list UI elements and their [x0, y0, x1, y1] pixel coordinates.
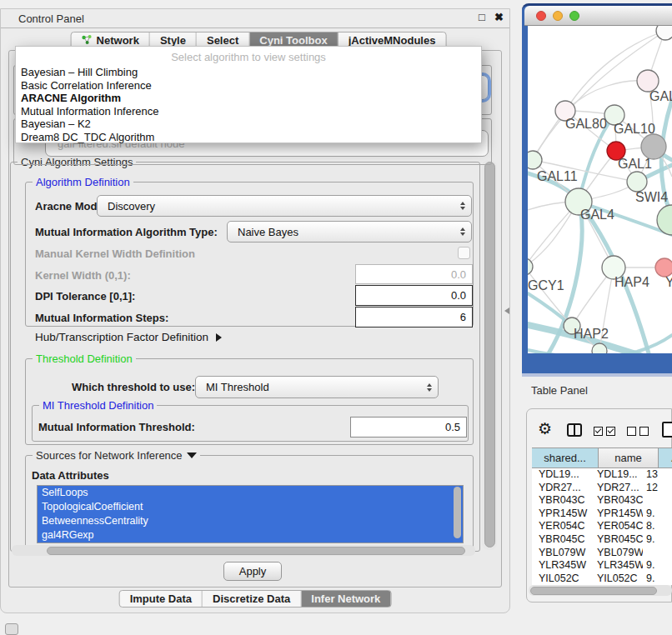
tab-discretize-data[interactable]: Discretize Data [203, 591, 301, 607]
table-panel-title: Table Panel [531, 384, 588, 397]
node-gal1[interactable] [627, 172, 647, 192]
data-attributes-list[interactable]: SelfLoopsTopologicalCoefficientBetweenne… [37, 485, 464, 543]
sources-title-wrap[interactable]: Sources for Network Inference [33, 449, 200, 462]
table-cell: 9. [643, 572, 672, 586]
attributes-list-scrollbar-thumb[interactable] [454, 487, 461, 538]
node-label-gal11: GAL11 [537, 169, 578, 183]
mi-threshold-definition-title: MI Threshold Definition [39, 399, 157, 412]
kernel-width-field[interactable]: 0.0 [355, 264, 473, 284]
table-row[interactable]: YIL052CYIL052C9. [532, 572, 672, 586]
select-all-checkbox-icon[interactable] [606, 427, 615, 436]
table-row[interactable]: YBR043CYBR043C [532, 494, 672, 508]
algorithm-option-aracne-algorithm[interactable]: ARACNE Algorithm [16, 92, 481, 105]
mi-algorithm-type-combo[interactable]: Naive Bayes [227, 221, 472, 242]
aracne-mode-combo[interactable]: Discovery [97, 195, 472, 217]
table-cell: YBL079W [590, 547, 643, 560]
window-close-traffic-icon[interactable] [536, 11, 546, 21]
splitter-collapse-icon[interactable] [504, 308, 509, 314]
tab-impute-data[interactable]: Impute Data [120, 591, 203, 607]
mi-steps-field[interactable]: 6 [355, 307, 473, 328]
table-cell: YIL052C [590, 572, 643, 586]
deselect-all-checkbox-icon[interactable] [627, 427, 636, 436]
mi-threshold-value: 0.5 [445, 421, 460, 433]
algorithm-option-basic-correlation-inference[interactable]: Basic Correlation Inference [16, 79, 481, 92]
minimized-panel-icon[interactable] [5, 623, 18, 635]
table-cell: YIL052C [532, 572, 590, 586]
collapse-arrow-icon[interactable] [187, 452, 197, 458]
mi-threshold-field[interactable]: 0.5 [350, 417, 467, 438]
new-table-icon[interactable] [662, 422, 672, 438]
float-window-icon[interactable]: □ [479, 11, 485, 23]
threshold-definition-title: Threshold Definition [33, 352, 136, 365]
mi-algorithm-type-value: Naive Bayes [238, 226, 298, 238]
expand-arrow-icon[interactable] [216, 333, 222, 342]
dpi-tolerance-field[interactable]: 0.0 [355, 285, 473, 306]
window-minimize-traffic-icon[interactable] [553, 11, 563, 21]
dpi-tolerance-label: DPI Tolerance [0,1]: [35, 290, 135, 302]
algorithm-definition-title: Algorithm Definition [33, 176, 133, 188]
table-hscrollbar-thumb[interactable] [530, 587, 657, 595]
data-attribute-item[interactable]: SelfLoops [38, 486, 463, 500]
node-gal11[interactable] [528, 151, 542, 169]
table-cell: 9. [643, 559, 672, 572]
column-header-shared[interactable]: shared... [532, 448, 599, 468]
hub-transcription-section[interactable]: Hub/Transcription Factor Definition [35, 331, 222, 343]
algorithm-dropdown-items: Bayesian – Hill ClimbingBasic Correlatio… [16, 66, 481, 144]
columns-icon[interactable] [567, 423, 582, 437]
table-cell: YER054C [532, 520, 590, 533]
column-header-name[interactable]: name [599, 448, 659, 468]
combo-stepper-icon [460, 202, 465, 210]
apply-button[interactable]: Apply [223, 562, 282, 581]
algorithm-option-mutual-information-inference[interactable]: Mutual Information Inference [16, 105, 481, 118]
table-cell: YPR145W [590, 508, 643, 521]
which-threshold-combo[interactable]: MI Threshold [195, 376, 439, 398]
algorithm-option-bayesian-hill-climbing[interactable]: Bayesian – Hill Climbing [16, 66, 481, 79]
network-graph[interactable]: GALGAL80GAL10GAL1GAL11SWI4GAL4GCY1HAP4YH… [528, 26, 672, 353]
node-label-hap4: HAP4 [614, 275, 649, 289]
node-salmon[interactable] [655, 258, 672, 277]
tab-infer-network[interactable]: Infer Network [301, 591, 390, 607]
column-header-a[interactable]: A [659, 448, 672, 468]
node-label-y: Y [665, 275, 672, 289]
algorithm-option-dream8-dc-tdc-algorithm[interactable]: Dream8 DC_TDC Algorithm [16, 131, 481, 144]
table-row[interactable]: YLR345WYLR345W9. [532, 559, 672, 572]
node-label-gal1: GAL1 [618, 157, 652, 171]
network-window-titlebar[interactable] [524, 6, 672, 26]
close-window-icon[interactable]: ✖ [494, 11, 504, 23]
table-row[interactable]: YBL079WYBL079W [532, 547, 672, 560]
table-cell: YER054C [590, 520, 643, 533]
node-bottom-green[interactable] [592, 343, 607, 353]
data-attribute-item[interactable]: BetweennessCentrality [38, 514, 463, 528]
manual-kernel-width-checkbox[interactable] [458, 247, 470, 259]
node-top-partial[interactable] [656, 26, 672, 40]
algorithm-dropdown-popup: Select algorithm to view settings Bayesi… [15, 46, 482, 143]
node-gray[interactable] [641, 134, 666, 159]
which-threshold-value: MI Threshold [206, 381, 269, 393]
node-label-gal4: GAL4 [580, 208, 614, 222]
table-row[interactable]: YPR145WYPR145W9. [532, 508, 672, 521]
table-rows[interactable]: YDL19...YDL19...13YDR27...YDR27...12YBR0… [532, 468, 672, 585]
algorithm-option-bayesian-k2[interactable]: Bayesian – K2 [16, 118, 481, 131]
node-label-swi4: SWI4 [635, 190, 668, 204]
table-cell: YBL079W [532, 547, 590, 560]
settings-gear-icon[interactable]: ⚙ [538, 421, 552, 437]
data-attribute-item[interactable]: TopologicalCoefficient [38, 500, 463, 514]
data-attribute-item[interactable]: gal4RGexp [38, 528, 463, 542]
table-cell: YLR345W [532, 559, 590, 572]
settings-scrollbar-thumb[interactable] [484, 162, 495, 548]
table-cell: 12 [643, 482, 672, 495]
mi-threshold-label: Mutual Information Threshold: [38, 421, 195, 433]
select-all-checkbox-icon[interactable] [594, 427, 603, 436]
table-cell: 9. [643, 508, 672, 521]
table-row[interactable]: YDL19...YDL19...13 [532, 468, 672, 482]
deselect-all-checkbox-icon[interactable] [639, 427, 649, 436]
table-row[interactable]: YER054CYER054C8. [532, 520, 672, 533]
window-zoom-traffic-icon[interactable] [569, 11, 579, 21]
settings-hscrollbar-thumb[interactable] [47, 547, 465, 555]
table-row[interactable]: YBR045CYBR045C9. [532, 533, 672, 547]
node-label-gcy1: GCY1 [528, 278, 564, 292]
hub-transcription-label: Hub/Transcription Factor Definition [35, 331, 208, 343]
algorithm-dropdown-placeholder: Select algorithm to view settings [16, 47, 481, 66]
sources-title: Sources for Network Inference [36, 449, 183, 462]
table-row[interactable]: YDR27...YDR27...12 [532, 482, 672, 495]
